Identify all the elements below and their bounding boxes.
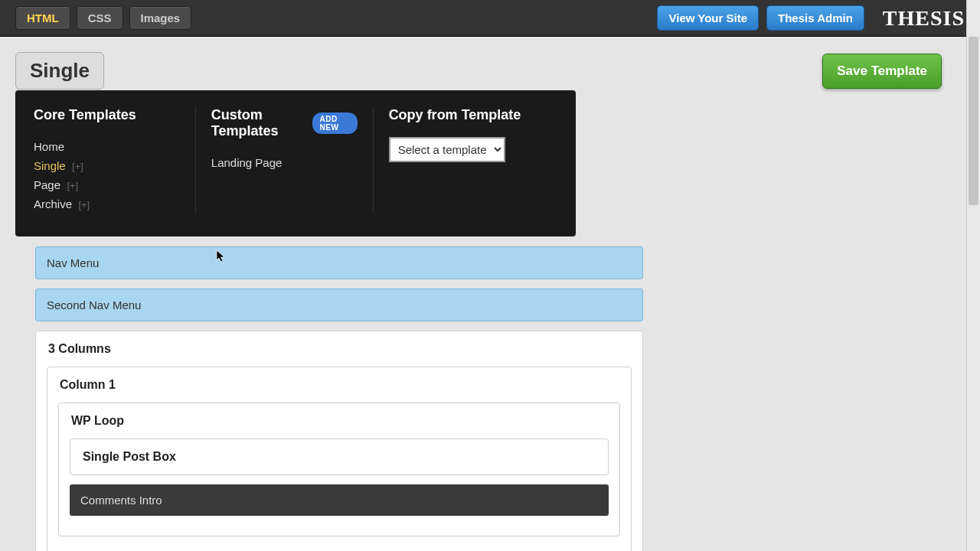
custom-heading-label: Custom Templates [211, 107, 305, 139]
tab-images[interactable]: Images [129, 6, 192, 30]
copy-template-select[interactable]: Select a template: [389, 137, 505, 162]
save-template-button[interactable]: Save Template [822, 54, 942, 89]
templates-panel: Core Templates Home Single [+] Page [+] … [15, 90, 576, 236]
box-comments-intro[interactable]: Comments Intro [70, 484, 609, 516]
core-item-expand-icon[interactable]: [+] [78, 199, 90, 210]
core-item-expand-icon[interactable]: [+] [67, 180, 78, 191]
core-item-single[interactable]: Single [+] [34, 156, 180, 175]
tab-css[interactable]: CSS [77, 6, 123, 30]
box-column-1-header[interactable]: Column 1 [47, 367, 631, 403]
scrollbar[interactable] [966, 0, 980, 551]
box-3-columns-header[interactable]: 3 Columns [36, 331, 642, 367]
box-3-columns[interactable]: 3 Columns Column 1 WP Loop Single Post B… [35, 331, 643, 551]
box-wp-loop[interactable]: WP Loop Single Post Box Comments Intro [58, 403, 620, 536]
box-single-post-header[interactable]: Single Post Box [70, 439, 608, 474]
tab-html[interactable]: HTML [15, 6, 70, 30]
box-wp-loop-body: Single Post Box Comments Intro [59, 439, 619, 536]
custom-templates-col: Custom Templates ADD NEW Landing Page [195, 107, 373, 214]
box-wp-loop-header[interactable]: WP Loop [59, 403, 619, 439]
box-second-nav-menu[interactable]: Second Nav Menu [35, 289, 643, 321]
box-column-1-body: WP Loop Single Post Box Comments Intro [47, 403, 631, 551]
scrollbar-thumb[interactable] [969, 37, 978, 205]
topbar-tabs: HTML CSS Images [15, 6, 191, 30]
thesis-admin-button[interactable]: Thesis Admin [766, 5, 864, 31]
core-item-archive[interactable]: Archive [+] [34, 194, 180, 214]
title-row: Single Save Template [15, 52, 942, 90]
box-single-post[interactable]: Single Post Box [70, 439, 609, 475]
view-site-button[interactable]: View Your Site [657, 5, 759, 31]
page-title[interactable]: Single [15, 52, 104, 90]
core-item-label: Archive [34, 197, 72, 210]
custom-templates-heading: Custom Templates ADD NEW [211, 107, 358, 139]
box-3-columns-body: Column 1 WP Loop Single Post Box Comment… [36, 367, 642, 551]
core-templates-heading: Core Templates [34, 107, 180, 123]
core-item-page[interactable]: Page [+] [34, 175, 180, 194]
page: Single Save Template Core Templates Home… [0, 37, 980, 551]
copy-template-col: Copy from Template Select a template: [373, 107, 557, 214]
copy-template-heading: Copy from Template [389, 107, 542, 123]
logo: THESIS [883, 6, 965, 31]
core-item-label: Single [34, 159, 66, 172]
core-item-label: Page [34, 178, 60, 191]
topbar-right: View Your Site Thesis Admin THESIS [657, 5, 965, 31]
main-column: Single Save Template Core Templates Home… [15, 52, 942, 551]
box-nav-menu[interactable]: Nav Menu [35, 246, 643, 279]
box-column-1[interactable]: Column 1 WP Loop Single Post Box Comment… [47, 367, 632, 551]
custom-item-landing[interactable]: Landing Page [211, 153, 358, 172]
add-new-button[interactable]: ADD NEW [312, 112, 358, 134]
topbar: HTML CSS Images View Your Site Thesis Ad… [0, 0, 980, 37]
core-item-home[interactable]: Home [34, 137, 180, 156]
core-templates-col: Core Templates Home Single [+] Page [+] … [34, 107, 195, 214]
core-item-expand-icon[interactable]: [+] [72, 161, 83, 172]
